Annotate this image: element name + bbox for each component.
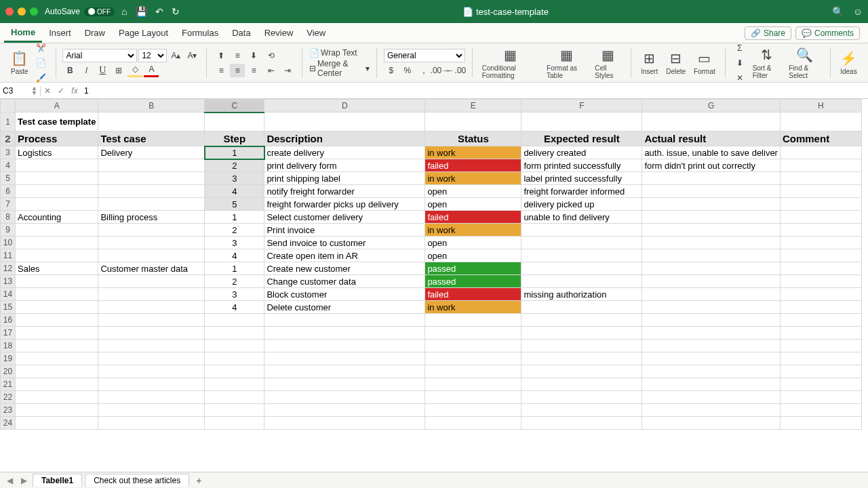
col-header-A[interactable]: A — [16, 100, 98, 113]
comma-icon[interactable]: , — [416, 64, 431, 77]
cell-status[interactable]: passed — [425, 262, 521, 275]
sheet-nav-prev[interactable]: ◀ — [4, 476, 16, 485]
col-header-D[interactable]: D — [264, 100, 425, 113]
cell-actual[interactable] — [642, 301, 781, 314]
cell[interactable] — [205, 113, 264, 131]
cell-testcase[interactable] — [98, 275, 205, 288]
cell[interactable] — [521, 352, 642, 365]
cell-testcase[interactable] — [98, 159, 205, 172]
cell-comment[interactable] — [780, 185, 861, 198]
cell[interactable] — [16, 314, 98, 327]
col-header-H[interactable]: H — [780, 100, 861, 113]
cell[interactable] — [98, 365, 205, 378]
hdr-desc[interactable]: Description — [264, 131, 425, 146]
cell-step[interactable]: 3 — [205, 288, 264, 301]
cell-process[interactable] — [16, 198, 98, 211]
cell[interactable] — [16, 404, 98, 417]
cell[interactable] — [264, 327, 425, 340]
hdr-step[interactable]: Step — [205, 131, 264, 146]
cell[interactable] — [264, 391, 425, 404]
cell-step[interactable]: 2 — [205, 224, 264, 237]
cell-actual[interactable]: auth. issue, unable to save deliver — [642, 146, 781, 159]
format-as-table-button[interactable]: ▦Format as Table — [544, 45, 589, 81]
close-icon[interactable] — [5, 7, 14, 16]
cancel-icon[interactable]: ✕ — [41, 86, 54, 96]
orientation-icon[interactable]: ⟲ — [264, 49, 279, 62]
tab-home[interactable]: Home — [4, 23, 42, 43]
col-header-G[interactable]: G — [642, 100, 781, 113]
cell[interactable] — [425, 391, 521, 404]
cell[interactable] — [425, 378, 521, 391]
cell-comment[interactable] — [780, 211, 861, 224]
cell[interactable] — [780, 340, 861, 352]
cell-comment[interactable] — [780, 237, 861, 249]
cell[interactable] — [98, 378, 205, 391]
cell[interactable] — [521, 314, 642, 327]
cell[interactable] — [425, 365, 521, 378]
cell[interactable] — [205, 352, 264, 365]
delete-cells-button[interactable]: ⊟Delete — [663, 49, 688, 77]
cell[interactable] — [425, 404, 521, 417]
tab-formulas[interactable]: Formulas — [175, 23, 225, 43]
row-header[interactable]: 13 — [1, 275, 16, 288]
cell-step[interactable]: 1 — [205, 211, 264, 224]
cell[interactable] — [98, 340, 205, 352]
cell-status[interactable]: open — [425, 237, 521, 249]
cell-actual[interactable] — [642, 172, 781, 185]
tab-page-layout[interactable]: Page Layout — [112, 23, 175, 43]
maximize-icon[interactable] — [30, 7, 38, 16]
increase-font-icon[interactable]: A▴ — [168, 49, 183, 62]
cell-process[interactable] — [16, 237, 98, 249]
cell-testcase[interactable] — [98, 288, 205, 301]
cell[interactable] — [98, 327, 205, 340]
cell-expected[interactable] — [521, 224, 642, 237]
format-painter-icon[interactable]: 🖌️ — [34, 71, 49, 85]
cell[interactable] — [642, 378, 781, 391]
cell-comment[interactable] — [780, 146, 861, 159]
row-header[interactable]: 1 — [1, 113, 16, 131]
cell-expected[interactable]: label printed successfully — [521, 172, 642, 185]
cell-process[interactable] — [16, 159, 98, 172]
row-header[interactable]: 17 — [1, 327, 16, 340]
cell-expected[interactable]: unable to find delivery — [521, 211, 642, 224]
find-select-button[interactable]: 🔍Find & Select — [786, 45, 823, 81]
sheet-nav-next[interactable]: ▶ — [18, 476, 30, 485]
cell-status[interactable]: failed — [425, 288, 521, 301]
underline-button[interactable]: U — [95, 64, 110, 77]
row-header[interactable]: 18 — [1, 340, 16, 352]
row-header[interactable]: 5 — [1, 172, 16, 185]
cell-comment[interactable] — [780, 262, 861, 275]
cell[interactable] — [264, 417, 425, 430]
cell-comment[interactable] — [780, 172, 861, 185]
cell[interactable] — [264, 314, 425, 327]
cell-desc[interactable]: Delete customer — [264, 301, 425, 314]
font-name-select[interactable]: Arial — [62, 49, 137, 62]
hdr-expected[interactable]: Expected result — [521, 131, 642, 146]
cell-actual[interactable] — [642, 262, 781, 275]
cell-desc[interactable]: Select customer delivery — [264, 211, 425, 224]
cell-comment[interactable] — [780, 249, 861, 262]
enter-icon[interactable]: ✓ — [54, 86, 68, 96]
cell[interactable] — [264, 340, 425, 352]
fill-color-button[interactable]: ◇ — [127, 64, 142, 77]
cell[interactable] — [780, 113, 861, 131]
cell-expected[interactable]: delivery picked up — [521, 198, 642, 211]
cell[interactable] — [16, 352, 98, 365]
row-header[interactable]: 20 — [1, 365, 16, 378]
cell[interactable] — [205, 340, 264, 352]
cell-status[interactable]: in work — [425, 172, 521, 185]
cell[interactable] — [780, 404, 861, 417]
row-header[interactable]: 15 — [1, 301, 16, 314]
cell-actual[interactable] — [642, 249, 781, 262]
sheet-tab-2[interactable]: Check out these articles — [85, 474, 189, 487]
cell[interactable] — [205, 378, 264, 391]
sort-filter-button[interactable]: ⇅Sort & Filter — [750, 45, 784, 81]
cell-expected[interactable]: form printed successfully — [521, 159, 642, 172]
cell[interactable] — [521, 113, 642, 131]
hdr-comment[interactable]: Comment — [780, 131, 861, 146]
cell-testcase[interactable] — [98, 172, 205, 185]
cell[interactable] — [642, 365, 781, 378]
cell[interactable] — [642, 327, 781, 340]
align-middle-icon[interactable]: ≡ — [230, 49, 245, 62]
cell-process[interactable]: Logistics — [16, 146, 98, 159]
